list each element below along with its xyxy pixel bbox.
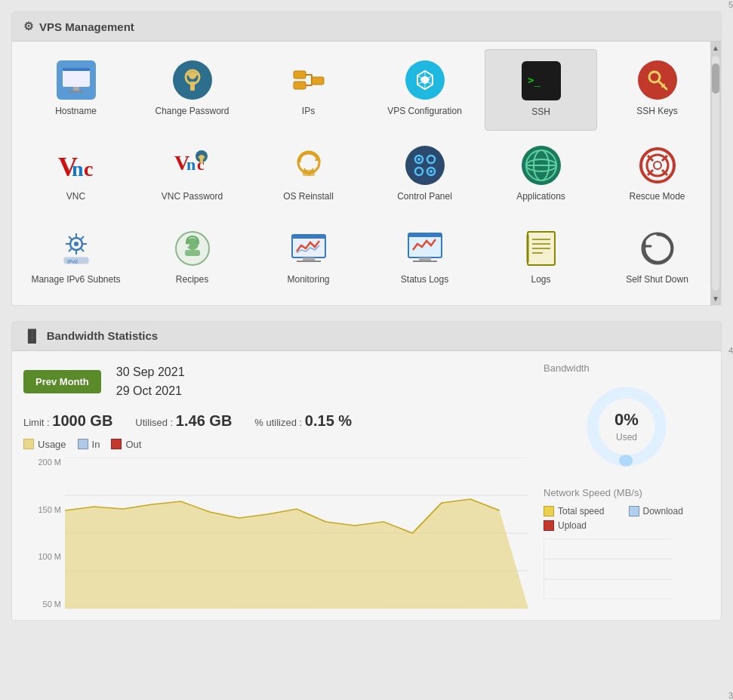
legend-in-label: In xyxy=(92,439,100,450)
svg-rect-37 xyxy=(303,170,315,176)
vps-management-panel: ⚙ VPS Management Hostnam xyxy=(11,11,722,306)
scroll-thumb[interactable] xyxy=(712,63,719,94)
self-shut-down-label: Self Shut Down xyxy=(626,274,688,286)
icon-manage-ipv6[interactable]: IPv6 Manage IPv6 Subnets xyxy=(20,217,132,298)
bandwidth-title: Bandwidth Statistics xyxy=(47,329,159,342)
network-legend: Total speed Download Upload xyxy=(544,506,710,531)
donut-section: Bandwidth 0% Used xyxy=(544,362,710,472)
icon-os-reinstall[interactable]: OS Reinstall xyxy=(252,134,365,214)
svg-text:IPv6: IPv6 xyxy=(67,259,78,264)
network-speed-title: Network Speed (MB/s) xyxy=(544,487,710,498)
donut-used: Used xyxy=(616,432,637,443)
total-speed-legend-box xyxy=(544,506,554,517)
legend-usage-label: Usage xyxy=(38,439,66,450)
recipes-label: Recipes xyxy=(176,274,208,286)
svg-rect-4 xyxy=(69,91,84,92)
legend-usage: Usage xyxy=(23,439,66,450)
donut-chart: 0% Used xyxy=(581,381,672,472)
utilised-value: 1.46 GB xyxy=(176,412,232,429)
ips-label: IPs xyxy=(302,106,315,118)
svg-rect-14 xyxy=(312,77,324,85)
ssh-label: SSH xyxy=(531,106,550,119)
bandwidth-chart-area: 200 M 150 M 100 M 50 M xyxy=(23,458,528,609)
donut-label: Bandwidth xyxy=(544,362,590,374)
legend-out-box xyxy=(111,439,122,449)
legend-in: In xyxy=(78,439,100,450)
scroll-track xyxy=(712,56,719,291)
icon-recipes[interactable]: Recipes xyxy=(136,217,248,298)
svg-rect-75 xyxy=(303,257,315,261)
svg-rect-78 xyxy=(408,233,442,237)
bandwidth-left: Prev Month 30 Sep 2021 29 Oct 2021 Limit… xyxy=(23,362,528,609)
prev-month-button[interactable]: Prev Month xyxy=(23,370,101,393)
svg-rect-34 xyxy=(200,159,203,163)
icon-applications[interactable]: Applications xyxy=(485,134,597,214)
vps-scrollbar[interactable]: ▲ ▼ xyxy=(710,42,721,305)
svg-rect-7 xyxy=(190,82,195,91)
legend-row: Usage In Out xyxy=(23,439,528,450)
svg-rect-71 xyxy=(185,250,200,256)
bandwidth-content: Prev Month 30 Sep 2021 29 Oct 2021 Limit… xyxy=(12,351,721,620)
change-password-label: Change Password xyxy=(155,106,229,118)
os-reinstall-label: OS Reinstall xyxy=(283,191,334,203)
utilised-stat: Utilised : 1.46 GB xyxy=(135,412,232,430)
vnc-password-label: VNC Password xyxy=(162,191,223,203)
icon-ssh-keys[interactable]: SSH Keys xyxy=(601,49,713,131)
vnc-icon: V n c xyxy=(57,146,96,185)
svg-rect-3 xyxy=(73,87,79,91)
date-range: 30 Sep 2021 29 Oct 2021 xyxy=(116,362,185,401)
bandwidth-panel: ▐▌ Bandwidth Statistics Prev Month 30 Se… xyxy=(11,321,722,621)
vps-management-title: VPS Management xyxy=(39,20,134,33)
icon-logs[interactable]: Logs xyxy=(485,217,597,298)
icon-ips[interactable]: IPs xyxy=(252,49,365,131)
scroll-up-arrow[interactable]: ▲ xyxy=(710,42,721,54)
icon-vnc[interactable]: V n c VNC xyxy=(20,134,132,214)
scroll-down-arrow[interactable]: ▼ xyxy=(710,292,721,305)
percent-stat: % utilized : 0.15 % xyxy=(254,412,352,430)
vps-configuration-icon xyxy=(405,60,445,100)
icon-rescue-mode[interactable]: Rescue Mode xyxy=(601,134,713,214)
speed-chart-container: 5 4 3 xyxy=(544,538,710,599)
date-section: Prev Month 30 Sep 2021 29 Oct 2021 xyxy=(23,362,528,401)
svg-rect-74 xyxy=(292,235,325,239)
legend-out-label: Out xyxy=(125,439,141,450)
icon-status-logs[interactable]: Status Logs xyxy=(368,217,481,298)
bar-chart-icon: ▐▌ xyxy=(23,329,41,343)
svg-point-66 xyxy=(74,242,79,246)
monitoring-label: Monitoring xyxy=(287,274,329,286)
vnc-password-icon: V n c xyxy=(173,146,212,185)
ssh-icon: >_ xyxy=(522,61,561,100)
applications-label: Applications xyxy=(516,191,565,203)
os-reinstall-icon xyxy=(289,146,328,185)
svg-rect-79 xyxy=(419,257,431,261)
svg-text:n: n xyxy=(186,155,196,174)
icon-vps-configuration[interactable]: VPS Configuration xyxy=(368,49,481,131)
icon-monitoring[interactable]: Monitoring xyxy=(252,217,365,298)
icon-vnc-password[interactable]: V n c VNC Password xyxy=(136,134,248,214)
vps-configuration-label: VPS Configuration xyxy=(387,106,462,118)
icon-control-panel[interactable]: Control Panel xyxy=(368,134,481,214)
download-label: Download xyxy=(643,506,683,517)
icons-grid: Hostname Change Password xyxy=(12,42,721,305)
icons-grid-container: Hostname Change Password xyxy=(12,42,721,305)
icon-change-password[interactable]: Change Password xyxy=(136,49,248,131)
manage-ipv6-icon: IPv6 xyxy=(57,229,96,268)
utilised-label: Utilised : xyxy=(135,417,173,428)
ips-icon xyxy=(289,60,328,100)
icon-self-shut-down[interactable]: Self Shut Down xyxy=(601,217,713,298)
chart-yaxis: 200 M 150 M 100 M 50 M xyxy=(23,458,65,609)
svg-rect-76 xyxy=(297,261,321,262)
speed-chart-svg xyxy=(544,538,672,599)
status-logs-label: Status Logs xyxy=(401,274,448,286)
logs-label: Logs xyxy=(531,274,550,286)
percent-value: 0.15 % xyxy=(305,412,352,429)
icon-hostname[interactable]: Hostname xyxy=(20,49,132,131)
speed-y5: 5 xyxy=(728,0,733,9)
svg-rect-2 xyxy=(63,68,90,71)
svg-rect-80 xyxy=(413,261,437,262)
yaxis-150m: 150 M xyxy=(23,505,65,514)
icon-ssh[interactable]: >_ SSH xyxy=(485,49,597,131)
network-speed-section: Network Speed (MB/s) Total speed Downloa… xyxy=(544,487,710,599)
speed-yaxis: 5 4 3 xyxy=(728,0,733,700)
donut-center: 0% Used xyxy=(614,410,639,443)
